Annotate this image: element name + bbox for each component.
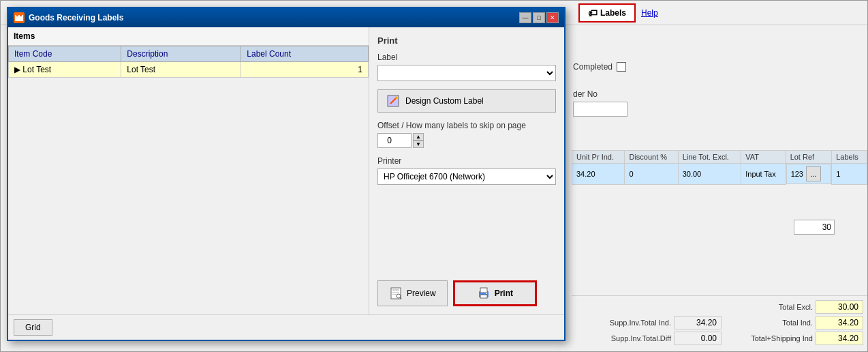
svg-rect-8 [392,292,399,293]
supp-inv-total-ind-value: 34.20 [674,316,722,329]
dialog-icon [14,12,25,23]
col-item-code: Item Code [9,46,121,62]
printer-select[interactable]: HP Officejet 6700 (Network) [377,168,556,185]
svg-rect-0 [15,15,23,21]
items-panel-header: Items [8,27,369,46]
total-excl-label: Total Excl. [724,303,813,311]
supp-inv-total-diff-row: Supp.Inv.Total.Diff 0.00 Total+Shipping … [576,332,863,345]
offset-input[interactable] [377,133,412,148]
completed-section: Completed [573,62,626,72]
total-excl-row: Total Excl. 30.00 [576,300,863,314]
cell-unit-pr: 34.20 [572,164,625,185]
lot-ref-dots-button[interactable]: ... [806,166,821,181]
minimize-button[interactable]: — [519,12,531,23]
print-icon [477,287,491,300]
grid-button[interactable]: Grid [14,319,52,336]
svg-rect-1 [16,14,18,16]
close-button[interactable]: ✕ [546,12,559,23]
svg-rect-7 [392,289,399,291]
col-description: Description [121,46,241,62]
col-labels: Labels [832,151,867,164]
label-group: Label [377,53,556,81]
design-custom-label-button[interactable]: Design Custom Label [377,89,556,113]
col-label-count: Label Count [241,46,369,62]
svg-rect-13 [480,288,487,293]
svg-rect-2 [20,14,22,16]
label-select[interactable] [377,65,556,81]
action-buttons: Preview Print [377,280,556,306]
preview-button[interactable]: Preview [377,280,448,306]
col-vat: VAT [741,151,786,164]
total-excl-value: 30.00 [816,300,863,314]
order-no-label: der No [573,89,598,99]
preview-icon [389,287,403,300]
completed-checkbox[interactable] [617,62,626,72]
main-data-table: Unit Pr Ind. Discount % Line Tot. Excl. … [572,150,867,185]
items-table-row[interactable]: Lot Test Lot Test 1 [9,62,369,78]
items-panel: Items Item Code Description Label Count … [8,27,369,314]
offset-input-wrap: ▲ ▼ [377,133,556,148]
dialog-body: Items Item Code Description Label Count … [8,27,564,314]
col-line-tot: Line Tot. Excl. [678,151,741,164]
col-unit-pr: Unit Pr Ind. [572,151,625,164]
supp-inv-total-ind-row: Supp.Inv.Total Ind. 34.20 Total Ind. 34.… [576,316,863,329]
design-icon [386,94,400,108]
print-panel: Print Label Des [369,27,564,314]
cell-lot-ref: 123 ... [786,164,832,184]
summary-area: Total Excl. 30.00 Supp.Inv.Total Ind. 34… [572,295,867,351]
maximize-button[interactable]: □ [533,12,545,23]
footer-input-area [572,216,867,239]
total-shipping-label: Total+Shipping Ind [724,334,813,342]
goods-receiving-dialog: Goods Receiving Labels — □ ✕ Items Item … [7,7,565,341]
cell-line-tot: 30.00 [678,164,741,185]
spin-up-button[interactable]: ▲ [413,133,424,141]
completed-label: Completed [573,62,613,72]
window-controls: — □ ✕ [519,12,559,23]
total-ind-value: 34.20 [816,316,863,329]
items-table: Item Code Description Label Count Lot Te… [8,46,369,78]
spin-down-button[interactable]: ▼ [413,141,424,148]
cell-vat: Input Tax [741,164,786,185]
svg-rect-14 [480,295,487,298]
cell-labels: 1 [832,164,867,185]
tab-labels[interactable]: 🏷 Labels [578,3,636,23]
supp-inv-total-diff-value: 0.00 [674,332,722,345]
total-ind-label: Total Ind. [724,319,813,327]
print-title: Print [377,35,556,46]
dialog-titlebar: Goods Receiving Labels — □ ✕ [8,8,564,27]
help-button[interactable]: Help [641,8,658,18]
item-code-cell: Lot Test [9,62,121,78]
svg-point-15 [486,293,487,294]
supp-inv-total-diff-label: Supp.Inv.Total.Diff [583,334,671,342]
printer-label: Printer [377,156,556,166]
footer-input[interactable] [794,220,835,235]
col-discount: Discount % [625,151,678,164]
cell-discount: 0 [625,164,678,185]
offset-spinner: ▲ ▼ [413,133,424,148]
col-lot-ref: Lot Ref [786,151,832,164]
printer-section: Printer HP Officejet 6700 (Network) [377,156,556,185]
label-count-cell: 1 [241,62,369,78]
print-button[interactable]: Print [453,280,537,306]
label-field-label: Label [377,53,556,62]
offset-label: Offset / How many labels to skip on page [377,121,556,130]
dialog-title: Goods Receiving Labels [14,12,123,23]
order-no-input[interactable] [573,102,627,117]
dialog-footer: Grid [8,314,564,340]
supp-inv-total-ind-label: Supp.Inv.Total Ind. [583,319,671,327]
svg-rect-9 [392,294,397,295]
total-shipping-value: 34.20 [816,332,863,345]
description-cell: Lot Test [121,62,241,78]
table-row[interactable]: 34.20 0 30.00 Input Tax 123 ... 1 [572,164,867,185]
label-icon: 🏷 [588,8,598,18]
offset-section: Offset / How many labels to skip on page… [377,121,556,148]
